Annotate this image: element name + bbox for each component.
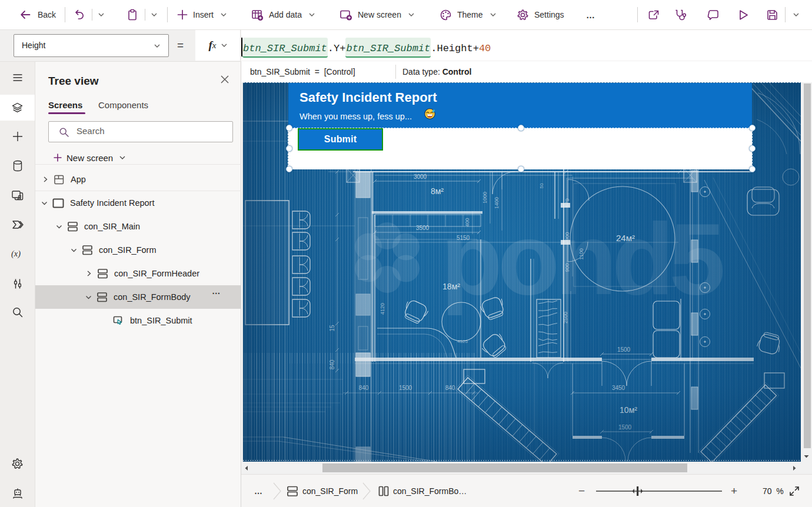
svg-text:(x): (x) (11, 249, 21, 259)
